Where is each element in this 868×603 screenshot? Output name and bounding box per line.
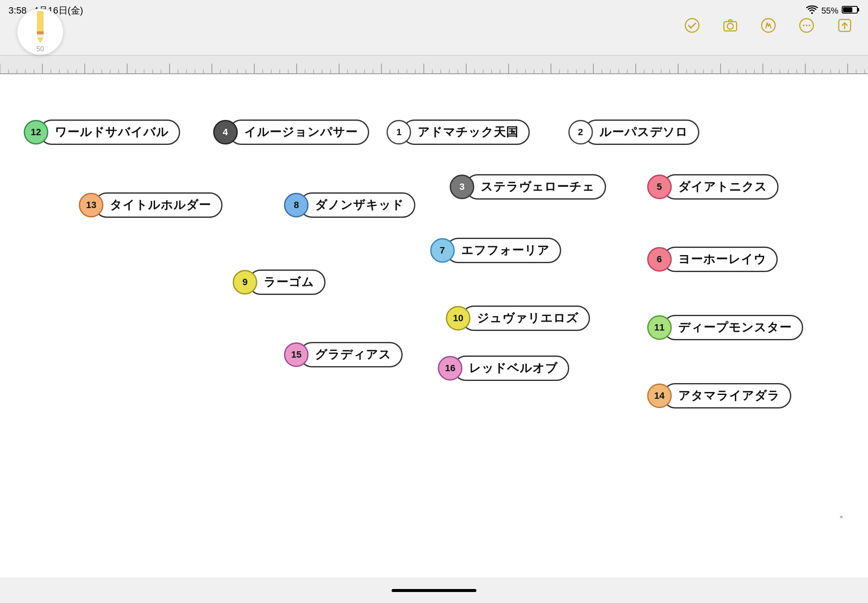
text-pill-16: レッドベルオブ xyxy=(453,356,569,381)
num-circle-15: 15 xyxy=(284,342,309,367)
text-pill-11: ディープモンスター xyxy=(662,315,803,340)
label-item-14: 14アタマライアダラ xyxy=(647,383,791,408)
dot-indicator xyxy=(840,516,843,518)
label-item-8: 8ダノンザキッド xyxy=(284,192,415,218)
main-canvas: 12ワールドサバイバル4イルージョンパサー1アドマチック天国2ルーパスデソロ13… xyxy=(0,74,868,578)
text-pill-12: ワールドサバイバル xyxy=(39,119,180,145)
svg-point-11 xyxy=(809,25,810,26)
num-circle-14: 14 xyxy=(647,383,672,408)
text-pill-6: ヨーホーレイウ xyxy=(662,247,778,272)
label-item-3: 3ステラヴェローチェ xyxy=(450,174,606,200)
num-circle-3: 3 xyxy=(450,175,474,199)
bottom-bar xyxy=(0,578,868,603)
text-pill-14: アタマライアダラ xyxy=(662,383,791,408)
label-item-15: 15グラディアス xyxy=(284,342,403,367)
text-pill-2: ルーパスデソロ xyxy=(584,119,699,145)
num-circle-13: 13 xyxy=(79,193,103,217)
label-item-6: 6ヨーホーレイウ xyxy=(647,247,778,272)
num-circle-11: 11 xyxy=(647,315,672,340)
markup-button[interactable] xyxy=(758,15,779,36)
num-circle-10: 10 xyxy=(446,306,470,331)
label-item-2: 2ルーパスデソロ xyxy=(568,119,699,145)
toolbar xyxy=(669,0,868,51)
text-pill-13: タイトルホルダー xyxy=(94,192,223,218)
label-item-12: 12ワールドサバイバル xyxy=(24,119,180,145)
svg-point-4 xyxy=(685,19,699,32)
pencil-tool[interactable]: 50 xyxy=(17,8,64,55)
num-circle-4: 4 xyxy=(213,120,238,144)
text-pill-7: エフフォーリア xyxy=(445,238,561,263)
text-pill-4: イルージョンパサー xyxy=(228,119,369,145)
label-item-9: 9ラーゴム xyxy=(233,270,326,295)
svg-point-10 xyxy=(806,25,807,26)
label-item-13: 13タイトルホルダー xyxy=(79,192,223,218)
text-pill-9: ラーゴム xyxy=(248,270,326,295)
num-circle-2: 2 xyxy=(568,120,593,144)
svg-point-9 xyxy=(803,25,804,26)
label-item-11: 11ディープモンスター xyxy=(647,315,803,340)
text-pill-10: ジュヴァリエロズ xyxy=(461,306,590,331)
share-button[interactable] xyxy=(834,15,855,36)
more-button[interactable] xyxy=(796,15,817,36)
home-indicator xyxy=(392,589,476,592)
pencil-number: 50 xyxy=(36,45,44,53)
num-circle-8: 8 xyxy=(284,193,309,217)
text-pill-15: グラディアス xyxy=(299,342,403,367)
text-pill-1: アドマチック天国 xyxy=(402,119,530,145)
label-item-5: 5ダイアトニクス xyxy=(647,174,779,200)
num-circle-12: 12 xyxy=(24,120,48,144)
label-item-16: 16レッドベルオブ xyxy=(438,356,569,381)
svg-point-6 xyxy=(727,23,733,29)
label-item-7: 7エフフォーリア xyxy=(430,238,561,263)
camera-button[interactable] xyxy=(720,15,741,36)
text-pill-3: ステラヴェローチェ xyxy=(465,174,606,200)
ruler xyxy=(0,55,868,74)
label-item-10: 10ジュヴァリエロズ xyxy=(446,306,590,331)
num-circle-5: 5 xyxy=(647,175,672,199)
num-circle-6: 6 xyxy=(647,247,672,272)
text-pill-5: ダイアトニクス xyxy=(662,174,779,200)
label-item-1: 1アドマチック天国 xyxy=(387,119,530,145)
label-item-4: 4イルージョンパサー xyxy=(213,119,369,145)
check-button[interactable] xyxy=(682,15,703,36)
num-circle-7: 7 xyxy=(430,238,455,263)
num-circle-9: 9 xyxy=(233,270,257,295)
text-pill-8: ダノンザキッド xyxy=(299,192,415,218)
